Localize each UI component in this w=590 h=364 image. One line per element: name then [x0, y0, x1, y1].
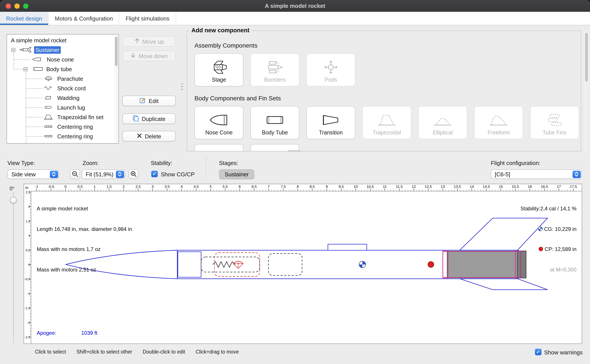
tree-item-label: Wadding: [56, 94, 81, 102]
svg-text:17: 17: [557, 185, 561, 189]
pods-icon: [321, 59, 341, 76]
tab-flight-simulations[interactable]: Flight simulations: [120, 12, 176, 25]
svg-text:9,5: 9,5: [339, 185, 344, 189]
svg-text:14: 14: [470, 185, 474, 189]
tree-expander-icon[interactable]: [11, 48, 15, 52]
zoom-out-button[interactable]: [70, 169, 80, 179]
tree-item-centering-ring[interactable]: Centering ring: [7, 122, 118, 131]
maximize-button[interactable]: [23, 4, 28, 9]
rocket-length: Length 16,748 in, max. diameter 0,984 in: [37, 226, 132, 233]
magnifier-minus-icon: [71, 171, 78, 178]
tree-item-nose-cone[interactable]: Nose cone: [7, 55, 118, 64]
tree-item-trapezoidal-fin-set[interactable]: Trapezoidal fin set: [7, 112, 118, 122]
add-nose-cone-button[interactable]: Nose Cone: [194, 106, 243, 139]
show-cgcp-checkbox[interactable]: ✓: [151, 171, 158, 177]
tree-item-parachute[interactable]: Parachute: [7, 74, 118, 83]
zoom-in-button[interactable]: [128, 169, 139, 179]
tree-item-wadding[interactable]: Wadding: [7, 93, 118, 103]
zoom-value: Fit (51,9%): [86, 171, 114, 177]
add-component-title: Add new component: [189, 27, 252, 34]
svg-text:4,5: 4,5: [194, 185, 199, 189]
tree-item-shock-cord[interactable]: Shock cord: [7, 83, 118, 93]
svg-text:4: 4: [181, 185, 182, 189]
panel-scrollbar-thumb[interactable]: [585, 33, 588, 82]
svg-text:0: 0: [28, 263, 30, 266]
svg-text:14,5: 14,5: [483, 185, 490, 189]
tree-item-label: Inner Tube: [56, 142, 86, 143]
zoom-label: Zoom:: [83, 160, 99, 166]
tree-item-inner-tube[interactable]: Inner Tube: [7, 141, 118, 143]
tree-scrollbar[interactable]: [114, 35, 118, 142]
duplicate-button[interactable]: Duplicate: [122, 113, 176, 124]
section-heading-assembly-components: Assembly Components: [194, 42, 257, 49]
card-label: Tube Fins: [543, 130, 567, 136]
view-type-select[interactable]: Side view: [7, 169, 59, 179]
tree-scrollbar-thumb[interactable]: [115, 37, 118, 66]
tree-item-launch-lug[interactable]: Launch lug: [7, 103, 118, 112]
cg-symbol-icon: [538, 226, 543, 231]
add-transition-button[interactable]: Transition: [306, 106, 355, 139]
tree-item-body-tube[interactable]: Body tube: [7, 64, 118, 74]
add-body-tube-button[interactable]: Body Tube: [250, 106, 299, 139]
stage-toggle-sustainer[interactable]: Sustainer: [219, 169, 254, 179]
rotation-slider-track[interactable]: [13, 192, 14, 343]
tree-item-root[interactable]: A simple model rocket: [7, 35, 118, 45]
svg-text:2,5: 2,5: [26, 190, 30, 194]
svg-text:3,5: 3,5: [165, 185, 170, 189]
edit-button[interactable]: Edit: [122, 96, 176, 106]
arrow-up-icon: [134, 38, 140, 45]
splitter-handle-vertical[interactable]: ••••••: [181, 83, 183, 91]
card-label: Trapezoidal: [373, 130, 401, 136]
rocket-mass-with-motors: Mass with motors 2,51 oz: [37, 266, 132, 273]
tree-item-sustainer[interactable]: Sustainer: [7, 45, 118, 55]
svg-text:13,5: 13,5: [454, 185, 461, 189]
svg-text:12,5: 12,5: [425, 185, 432, 189]
component-tree[interactable]: A simple model rocketSustainerNose coneB…: [7, 34, 119, 143]
tree-item-label: Trapezoidal fin set: [56, 113, 105, 121]
panel-scrollbar[interactable]: [584, 32, 588, 151]
edit-pencil-icon: [140, 97, 146, 105]
card-label: Pods: [325, 77, 337, 83]
splitter-handle-horizontal[interactable]: ••••••: [288, 148, 300, 153]
svg-text:2,5: 2,5: [135, 185, 141, 189]
card-label: Nose Cone: [205, 130, 233, 136]
flight-config-value: [C6-5]: [495, 171, 510, 177]
add-component-panel: Assembly ComponentsStageBoostersPodsBody…: [187, 31, 581, 151]
svg-text:2: 2: [28, 205, 30, 208]
nose-cone-icon: [32, 56, 42, 62]
delete-button[interactable]: Delete: [122, 131, 176, 141]
svg-text:-0,5: -0,5: [25, 277, 30, 281]
show-warnings-checkbox[interactable]: ✓: [535, 349, 542, 355]
flight-config-select[interactable]: [C6-5]: [491, 169, 582, 179]
tab-rocket-design[interactable]: Rocket design: [0, 12, 49, 25]
tube-fins-icon: [544, 112, 565, 128]
centering-ring-icon: [44, 133, 53, 139]
tree-item-centering-ring[interactable]: Centering ring: [7, 131, 118, 141]
tree-item-label: Sustainer: [34, 46, 61, 53]
freeform-icon: [489, 112, 509, 128]
component-card-row-partial: [194, 144, 299, 151]
add-stage-button[interactable]: Stage: [194, 53, 243, 86]
rotation-slider-knob[interactable]: [10, 197, 17, 203]
centering-ring-icon: [44, 124, 53, 130]
tab-motors-configuration[interactable]: Motors & Configuration: [49, 12, 120, 25]
delete-x-icon: [137, 133, 142, 139]
minimize-button[interactable]: [14, 4, 20, 9]
show-cgcp-label: Show CG/CP: [161, 171, 195, 178]
status-hint-0: Click to select: [35, 349, 66, 354]
tree-expander-icon[interactable]: [24, 67, 27, 71]
close-button[interactable]: [6, 4, 11, 9]
component-card-row: StageBoostersPods: [194, 53, 355, 86]
svg-text:3: 3: [152, 185, 154, 189]
stage-icon: [209, 59, 229, 76]
view-type-value: Side view: [11, 171, 36, 177]
zoom-select[interactable]: Fit (51,9%): [82, 169, 125, 179]
rocket-mass-no-motors: Mass with no motors 1,7 oz: [37, 246, 132, 253]
rocket-design-canvas[interactable]: -1-0,500,511,522,533,544,555,566,577,588…: [24, 184, 582, 344]
tree-item-label: Body tube: [45, 65, 73, 73]
svg-text:-1: -1: [27, 292, 30, 295]
add-component-card-partial[interactable]: [194, 144, 243, 151]
svg-text:6,5: 6,5: [252, 185, 257, 189]
svg-text:16: 16: [528, 185, 532, 189]
elliptical-icon: [433, 112, 453, 128]
